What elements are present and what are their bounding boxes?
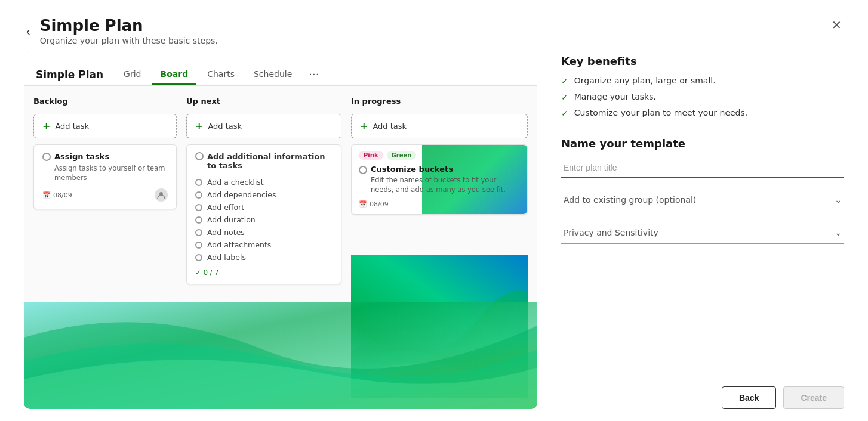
- column-header-inprogress: In progress: [351, 97, 528, 106]
- key-benefits-title: Key benefits: [561, 55, 844, 67]
- benefit-item-3: ✓ Customize your plan to meet your needs…: [561, 108, 844, 118]
- gradient-bg: [351, 255, 528, 398]
- main-content: Simple Plan Grid Board Charts Schedule ·…: [0, 52, 868, 421]
- header-title-group: Simple Plan Organize your plan with thes…: [40, 17, 218, 45]
- tab-schedule[interactable]: Schedule: [245, 64, 300, 85]
- task-date-assign: 📅 08/09: [42, 191, 72, 199]
- checklist-item-3: Add effort: [195, 201, 333, 213]
- task-radio-assign: [42, 153, 51, 161]
- name-template-title: Name your template: [561, 137, 844, 150]
- header: ‹ Simple Plan Organize your plan with th…: [0, 0, 868, 52]
- calendar-icon-inprogress: 📅: [359, 200, 367, 208]
- checklist-item-7: Add labels: [195, 251, 333, 264]
- column-header-upnext: Up next: [186, 97, 341, 106]
- check-radio-4: [195, 216, 202, 224]
- tag-green: Green: [387, 151, 417, 160]
- add-task-backlog[interactable]: + Add task: [33, 114, 177, 138]
- tag-pink: Pink: [359, 151, 383, 160]
- checklist-item-5: Add notes: [195, 226, 333, 239]
- header-left: ‹ Simple Plan Organize your plan with th…: [24, 17, 218, 45]
- tab-board[interactable]: Board: [152, 64, 196, 85]
- check-radio-3: [195, 204, 202, 211]
- group-dropdown-label: Add to existing group (optional): [564, 195, 696, 205]
- column-upnext: Up next + Add task Add additional inform…: [186, 97, 341, 398]
- task-radio-checklist: [195, 152, 204, 160]
- add-task-upnext[interactable]: + Add task: [186, 114, 341, 138]
- page-title: Simple Plan: [40, 17, 218, 35]
- checklist-item-4: Add duration: [195, 213, 333, 226]
- checklist-item-1: Add a checklist: [195, 176, 333, 188]
- plan-title-input[interactable]: [561, 158, 844, 178]
- preview-panel: Simple Plan Grid Board Charts Schedule ·…: [24, 52, 537, 409]
- tab-charts[interactable]: Charts: [199, 64, 243, 85]
- tab-grid[interactable]: Grid: [115, 64, 149, 85]
- benefit-text-1: Organize any plan, large or small.: [574, 76, 716, 85]
- add-task-label-inprogress: Add task: [373, 122, 407, 131]
- button-row: Back Create: [561, 386, 844, 409]
- avatar-assign: [155, 188, 168, 202]
- task-desc-inprogress: Edit the names of buckets to fit your ne…: [371, 175, 520, 194]
- task-subtitle-assign: Assign tasks to yourself or team members: [54, 163, 168, 182]
- task-radio-inprogress: [359, 166, 367, 174]
- plus-icon-inprogress: +: [360, 120, 368, 132]
- column-inprogress: In progress + Add task Pink Green: [351, 97, 528, 398]
- benefit-item-1: ✓ Organize any plan, large or small.: [561, 76, 844, 86]
- task-card-assign: Assign tasks Assign tasks to yourself or…: [33, 144, 177, 209]
- group-dropdown-arrow: ⌄: [835, 195, 842, 205]
- check-radio-5: [195, 229, 202, 236]
- column-header-backlog: Backlog: [33, 97, 177, 106]
- tab-more[interactable]: ···: [303, 63, 325, 85]
- check-icon-2: ✓: [561, 92, 568, 102]
- group-dropdown[interactable]: Add to existing group (optional) ⌄: [561, 189, 844, 211]
- back-icon[interactable]: ‹: [24, 23, 33, 39]
- privacy-dropdown[interactable]: Privacy and Sensitivity ⌄: [561, 222, 844, 244]
- checklist-title: Add additional information to tasks: [195, 152, 333, 170]
- checklist-item-6: Add attachments: [195, 239, 333, 251]
- task-title-inprogress: Customize buckets: [371, 165, 520, 174]
- benefit-item-2: ✓ Manage your tasks.: [561, 92, 844, 102]
- check-icon-1: ✓: [561, 76, 568, 86]
- right-panel: Key benefits ✓ Organize any plan, large …: [561, 52, 844, 409]
- page-subtitle: Organize your plan with these basic step…: [40, 36, 218, 45]
- add-task-label-upnext: Add task: [208, 122, 242, 131]
- checklist-count: ✓ 0 / 7: [195, 268, 333, 277]
- check-icon-3: ✓: [561, 109, 568, 118]
- check-radio-7: [195, 254, 202, 261]
- calendar-icon: 📅: [42, 191, 51, 199]
- preview-plan-title: Simple Plan: [36, 69, 103, 81]
- tag-row: Pink Green: [359, 151, 520, 160]
- board-area: Backlog + Add task Assign tasks Assign t…: [24, 86, 537, 409]
- task-card-inprogress: Pink Green Customize buckets Edit the na…: [351, 144, 528, 215]
- preview-tabs: Simple Plan Grid Board Charts Schedule ·…: [24, 52, 537, 86]
- task-title-assign: Assign tasks: [42, 152, 168, 161]
- privacy-dropdown-label: Privacy and Sensitivity: [564, 228, 658, 237]
- checklist-item-2: Add dependencies: [195, 188, 333, 201]
- privacy-dropdown-arrow: ⌄: [835, 228, 842, 237]
- add-task-label-backlog: Add task: [55, 122, 89, 131]
- benefit-text-3: Customize your plan to meet your needs.: [574, 108, 748, 117]
- close-button[interactable]: ✕: [829, 17, 844, 33]
- add-task-inprogress[interactable]: + Add task: [351, 114, 528, 138]
- back-button[interactable]: Back: [722, 386, 776, 409]
- task-date-inprogress: 📅 08/09: [359, 200, 520, 208]
- plus-icon-backlog: +: [42, 120, 50, 132]
- column-backlog: Backlog + Add task Assign tasks Assign t…: [33, 97, 177, 398]
- task-card-checklist: Add additional information to tasks Add …: [186, 144, 341, 284]
- task-footer-assign: 📅 08/09: [42, 188, 168, 202]
- preview-inner: Simple Plan Grid Board Charts Schedule ·…: [24, 52, 537, 409]
- plus-icon-upnext: +: [195, 120, 203, 132]
- benefit-text-2: Manage your tasks.: [574, 92, 656, 101]
- create-button[interactable]: Create: [783, 386, 844, 409]
- check-icon: ✓: [195, 268, 201, 277]
- check-radio-1: [195, 179, 202, 186]
- check-radio-2: [195, 191, 202, 199]
- check-radio-6: [195, 242, 202, 249]
